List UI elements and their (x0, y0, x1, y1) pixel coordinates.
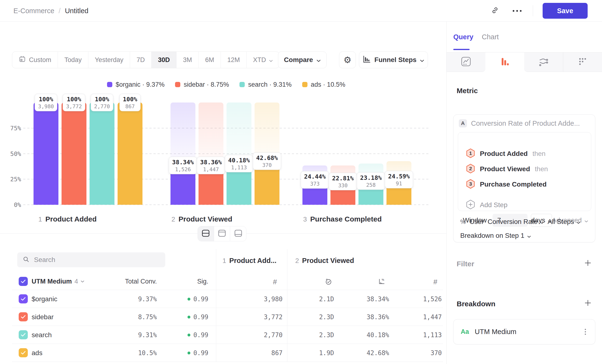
row-avg-time: 2.3D (292, 308, 334, 326)
metric-step-2[interactable]: 2Product Viewedthen (466, 164, 548, 174)
metric-title[interactable]: Conversion Rate of Product Adde... (471, 119, 580, 128)
total-conv-column-header[interactable]: Total Conv. (103, 273, 157, 290)
funnel-chart-plot: 100%3,980100%3,772100%2,770100%86738.34%… (23, 90, 429, 205)
chart-type-selector-button[interactable]: Funnel Steps (359, 52, 428, 68)
legend-swatch (302, 82, 307, 87)
row-step1-count: 3,772 (230, 308, 283, 326)
bar-value-label: 38.36%1,447 (197, 157, 225, 174)
breadcrumb-report-title[interactable]: Untitled (65, 7, 88, 15)
step-name: Purchase Completed (310, 215, 382, 223)
breadcrumb-project[interactable]: E-Commerce (13, 7, 54, 15)
add-filter-button[interactable] (583, 258, 593, 269)
search-input[interactable] (34, 256, 160, 264)
funnel-bar[interactable] (33, 103, 58, 205)
split-view-icon (201, 229, 210, 238)
date-range-12m[interactable]: 12M (221, 52, 247, 68)
measure-metric-select[interactable]: Conversion Rate (488, 218, 544, 225)
tab-retention-report[interactable] (563, 53, 602, 72)
row-step2-count: 1,113 (395, 326, 442, 344)
metric-step-3[interactable]: 3Purchase Completed (466, 179, 547, 190)
row-checkbox[interactable] (19, 348, 28, 357)
date-range-30d[interactable]: 30D (151, 52, 176, 68)
copy-link-button[interactable] (489, 5, 501, 17)
date-range-xtd[interactable]: XTD (247, 52, 279, 68)
legend-item-ads[interactable]: ads · 10.5% (302, 81, 345, 88)
view-table-only-button[interactable] (230, 226, 246, 241)
kebab-menu-icon[interactable] (583, 327, 588, 337)
chart-legend: $organic · 9.37%sidebar · 8.75%search · … (23, 80, 429, 89)
sig-column-header[interactable]: Sig. (163, 273, 208, 290)
measure-scope-select[interactable]: All Steps (548, 218, 580, 225)
select-all-checkbox[interactable] (19, 277, 28, 286)
view-split-button[interactable] (198, 226, 214, 241)
row-name: ads (32, 344, 42, 362)
funnel-bar[interactable] (62, 103, 86, 205)
tab-funnels-report[interactable] (485, 53, 524, 72)
save-button[interactable]: Save (543, 3, 588, 19)
bar-value-label: 23.18%258 (357, 172, 385, 190)
breakdown-item[interactable]: Aa UTM Medium (453, 320, 595, 344)
legend-swatch (107, 82, 112, 87)
compare-label: Compare (284, 56, 313, 64)
panel-left-border (446, 21, 447, 364)
row-checkbox[interactable] (19, 312, 28, 321)
add-step-button[interactable]: Add Step (466, 200, 507, 210)
row-checkbox[interactable] (19, 330, 28, 339)
date-range-custom[interactable]: Custom (12, 52, 58, 68)
measure-scope-label: All Steps (548, 218, 574, 225)
tab-query[interactable]: Query (453, 33, 473, 41)
tab-flows-report[interactable] (524, 53, 563, 72)
legend-item-organic[interactable]: $organic · 9.37% (107, 81, 164, 88)
bar-conversion-pct: 42.68% (256, 154, 278, 161)
breakdown-on-step-select[interactable]: Breakdown on Step 1 (460, 230, 531, 241)
bar-value-label: 100%867 (119, 94, 140, 111)
previous-step-ghost-bar (226, 103, 251, 164)
search-icon (22, 256, 30, 264)
funnel-steps-card: 1Product Addedthen2Product Viewedthen3Pu… (458, 132, 591, 211)
legend-item-search[interactable]: search · 9.31% (239, 81, 292, 88)
svg-text:3: 3 (469, 181, 472, 187)
significance-value: 0.99 (193, 313, 208, 321)
table-row-organic[interactable]: $organic9.37%3,9802.1D38.34%1,5260.99 (12, 290, 443, 308)
more-options-button[interactable] (511, 5, 523, 17)
significance-dot (187, 316, 190, 319)
step-then-label: then (533, 150, 546, 158)
date-range-3m[interactable]: 3M (176, 52, 199, 68)
metric-step-name: Product Added (480, 150, 528, 158)
table-row-sidebar[interactable]: sidebar8.75%3,7722.3D38.36%1,4470.99 (12, 308, 443, 326)
bar-organic-step1: 100%3,980 (33, 90, 58, 205)
row-step2-conv: 38.34% (343, 290, 389, 308)
step-number: 1 (38, 215, 42, 223)
legend-item-sidebar[interactable]: sidebar · 8.75% (175, 81, 229, 88)
date-range-7d[interactable]: 7D (130, 52, 151, 68)
bar-count: 3,980 (38, 103, 54, 109)
measure-entity-label: User (470, 218, 484, 225)
tab-insights-report[interactable] (447, 53, 485, 72)
chevron-down-icon (317, 56, 321, 64)
bar-value-label: 100%3,980 (35, 94, 57, 111)
view-chart-only-button[interactable] (214, 226, 230, 241)
measure-metric-label: Conversion Rate (488, 218, 538, 225)
date-range-today[interactable]: Today (58, 52, 88, 68)
add-breakdown-button[interactable] (583, 298, 593, 309)
date-range-6m[interactable]: 6M (199, 52, 221, 68)
table-row-ads[interactable]: ads10.5%8671.9D42.68%3700.99 (12, 344, 443, 362)
breakdown-column-header[interactable]: UTM Medium 4 (32, 273, 84, 290)
bar-conversion-pct: 38.34% (172, 159, 194, 166)
compare-button[interactable]: Compare (278, 52, 327, 68)
chart-settings-button[interactable]: ⚙ (339, 52, 356, 68)
bar-value-label: 100%2,770 (91, 94, 113, 111)
funnel-bar[interactable] (118, 103, 142, 205)
breakdown-item-name: UTM Medium (475, 328, 516, 336)
metric-step-1[interactable]: 1Product Addedthen (466, 149, 546, 159)
legend-label: $organic · 9.37% (116, 81, 164, 88)
row-checkbox[interactable] (19, 294, 28, 303)
row-step2-conv: 38.36% (343, 308, 389, 326)
previous-step-ghost-bar (171, 103, 195, 165)
funnel-bar[interactable] (90, 103, 114, 205)
tab-chart[interactable]: Chart (482, 33, 499, 41)
date-range-yesterday[interactable]: Yesterday (88, 52, 130, 68)
legend-label: ads · 10.5% (311, 81, 345, 88)
bar-value-label: 38.34%1,526 (169, 157, 197, 174)
table-row-search[interactable]: search9.31%2,7702.3D40.18%1,1130.99 (12, 326, 443, 344)
